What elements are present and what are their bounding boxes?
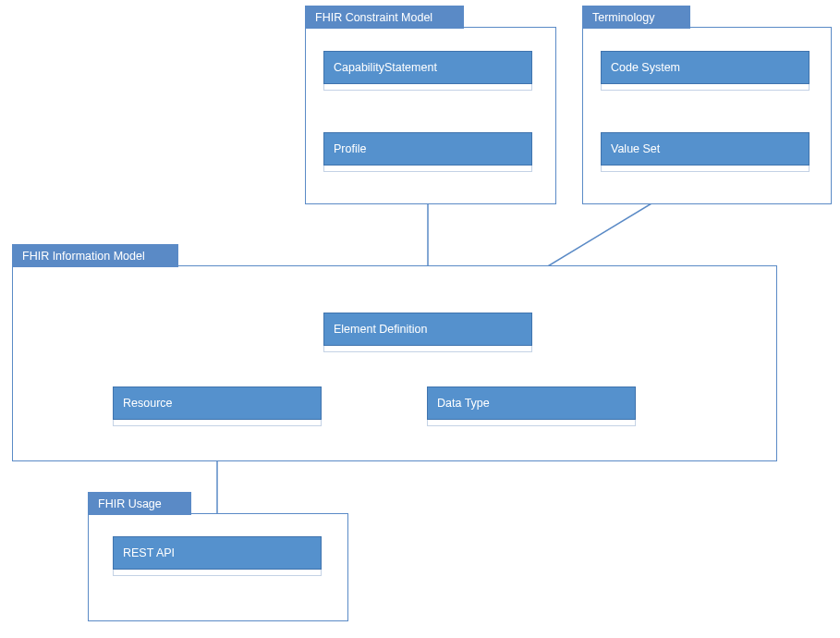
class-footer <box>601 166 810 172</box>
class-data-type-label: Data Type <box>427 386 636 420</box>
class-value-set[interactable]: Value Set <box>601 132 810 171</box>
package-usage-title: FHIR Usage <box>88 492 191 515</box>
package-info-body <box>14 267 775 460</box>
class-profile[interactable]: Profile <box>323 132 532 171</box>
class-code-system-label: Code System <box>601 51 810 84</box>
class-resource[interactable]: Resource <box>113 386 322 425</box>
diagram-canvas: FHIR Constraint Model Terminology FHIR I… <box>0 0 840 638</box>
class-element-definition-label: Element Definition <box>323 313 532 346</box>
class-footer <box>113 420 322 426</box>
class-rest-api[interactable]: REST API <box>113 536 322 575</box>
class-rest-api-label: REST API <box>113 536 322 570</box>
package-constraint-title: FHIR Constraint Model <box>305 6 464 29</box>
class-capability-statement[interactable]: CapabilityStatement <box>323 51 532 90</box>
class-element-definition[interactable]: Element Definition <box>323 313 532 351</box>
package-info: FHIR Information Model <box>12 265 777 461</box>
class-footer <box>601 84 810 91</box>
class-footer <box>113 570 322 576</box>
class-footer <box>323 166 532 172</box>
class-profile-label: Profile <box>323 132 532 166</box>
class-footer <box>323 84 532 91</box>
class-capability-statement-label: CapabilityStatement <box>323 51 532 84</box>
package-info-title: FHIR Information Model <box>12 244 178 267</box>
class-footer <box>323 346 532 352</box>
package-terminology-title: Terminology <box>582 6 690 29</box>
class-value-set-label: Value Set <box>601 132 810 166</box>
class-resource-label: Resource <box>113 386 322 420</box>
class-footer <box>427 420 636 426</box>
class-code-system[interactable]: Code System <box>601 51 810 90</box>
class-data-type[interactable]: Data Type <box>427 386 636 425</box>
